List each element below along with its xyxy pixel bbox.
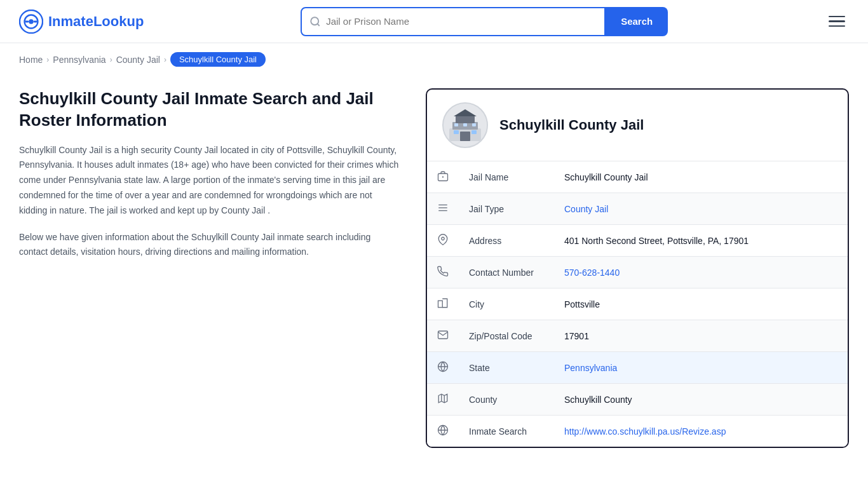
page-description-2: Below we have given information about th… (19, 230, 400, 261)
jail-type-link[interactable]: County Jail (564, 204, 608, 214)
breadcrumb-chevron-3: › (164, 55, 166, 64)
svg-marker-10 (454, 109, 477, 116)
cell-label: Inmate Search (459, 416, 554, 447)
svg-rect-16 (472, 123, 476, 126)
phone-icon (427, 257, 459, 288)
cell-value-wrap: Pottsville (554, 288, 848, 320)
svg-rect-9 (456, 116, 475, 123)
svg-marker-31 (438, 394, 447, 403)
cell-value: Schuylkill County Jail (564, 172, 648, 182)
state-icon (427, 352, 459, 384)
cell-value-wrap: 17901 (554, 320, 848, 352)
menu-line-1 (829, 16, 845, 18)
breadcrumb-chevron-2: › (110, 55, 112, 64)
svg-point-22 (442, 237, 445, 240)
zip-icon (427, 320, 459, 352)
svg-rect-13 (471, 130, 477, 134)
svg-point-2 (29, 19, 34, 24)
cell-label: Jail Type (459, 193, 554, 225)
cell-value-wrap: 401 North Second Street, Pottsville, PA,… (554, 225, 848, 257)
svg-rect-15 (463, 123, 467, 126)
cell-label: Contact Number (459, 257, 554, 288)
breadcrumb-active: Schuylkill County Jail (170, 52, 266, 67)
search-icon (309, 16, 321, 27)
left-column: Schuylkill County Jail Inmate Search and… (19, 88, 426, 260)
svg-rect-3 (25, 20, 29, 22)
svg-rect-23 (438, 301, 443, 308)
svg-rect-14 (454, 123, 458, 126)
cell-value: 17901 (564, 331, 589, 341)
card-header: Schuylkill County Jail (427, 90, 848, 161)
cell-value-wrap: County Jail (554, 193, 848, 225)
right-column: Schuylkill County Jail Jail Name Schuylk… (426, 88, 849, 448)
breadcrumb-pennsylvania[interactable]: Pennsylvania (53, 55, 105, 65)
svg-rect-11 (460, 132, 470, 141)
contact-link[interactable]: 570-628-1440 (564, 268, 620, 278)
search-input[interactable] (326, 16, 597, 27)
cell-value: 401 North Second Street, Pottsville, PA,… (564, 236, 749, 246)
cell-value-wrap: http://www.co.schuylkill.pa.us/Revize.as… (554, 416, 848, 447)
search-input-wrap (301, 7, 606, 36)
cell-label: City (459, 288, 554, 320)
breadcrumb-chevron-1: › (46, 55, 49, 64)
city-icon (427, 288, 459, 320)
menu-line-3 (829, 25, 845, 27)
cell-value-wrap: Schuylkill County Jail (554, 161, 848, 193)
menu-line-2 (829, 20, 845, 22)
hamburger-menu-button[interactable] (825, 12, 849, 31)
county-icon (427, 384, 459, 416)
breadcrumb: Home › Pennsylvania › County Jail › Schu… (0, 43, 868, 76)
cell-label: Jail Name (459, 161, 554, 193)
jail-icon (427, 161, 459, 193)
breadcrumb-county-jail[interactable]: County Jail (116, 55, 160, 65)
breadcrumb-home[interactable]: Home (19, 55, 43, 65)
cell-value: Schuylkill County (564, 395, 632, 405)
cell-value-wrap: Schuylkill County (554, 384, 848, 416)
svg-rect-4 (34, 20, 37, 22)
building-illustration (446, 106, 484, 144)
svg-rect-12 (454, 130, 459, 134)
jail-info-card: Schuylkill County Jail Jail Name Schuylk… (426, 88, 849, 448)
svg-line-6 (318, 24, 320, 25)
page-title: Schuylkill County Jail Inmate Search and… (19, 88, 400, 132)
jail-avatar (442, 102, 488, 148)
page-description-1: Schuylkill County Jail is a high securit… (19, 143, 400, 219)
logo-link[interactable]: InmateLookup (19, 10, 144, 34)
cell-label: Zip/Postal Code (459, 320, 554, 352)
search-area: Search (301, 7, 668, 36)
svg-point-5 (311, 17, 318, 25)
state-link[interactable]: Pennsylvania (564, 363, 617, 373)
info-table: Jail Name Schuylkill County Jail Jail Ty… (427, 161, 848, 447)
cell-value-wrap: 570-628-1440 (554, 257, 848, 288)
main-content: Schuylkill County Jail Inmate Search and… (0, 76, 868, 473)
cell-label: State (459, 352, 554, 384)
inmate-search-link[interactable]: http://www.co.schuylkill.pa.us/Revize.as… (564, 426, 726, 437)
card-title: Schuylkill County Jail (499, 117, 644, 133)
site-header: InmateLookup Search (0, 0, 868, 43)
cell-value: Pottsville (564, 299, 600, 309)
cell-value-wrap: Pennsylvania (554, 352, 848, 384)
cell-label: Address (459, 225, 554, 257)
search-button[interactable]: Search (606, 7, 668, 36)
search-globe-icon (427, 416, 459, 447)
logo-icon (19, 10, 43, 34)
address-icon (427, 225, 459, 257)
type-icon (427, 193, 459, 225)
cell-label: County (459, 384, 554, 416)
logo-text: InmateLookup (48, 13, 144, 30)
